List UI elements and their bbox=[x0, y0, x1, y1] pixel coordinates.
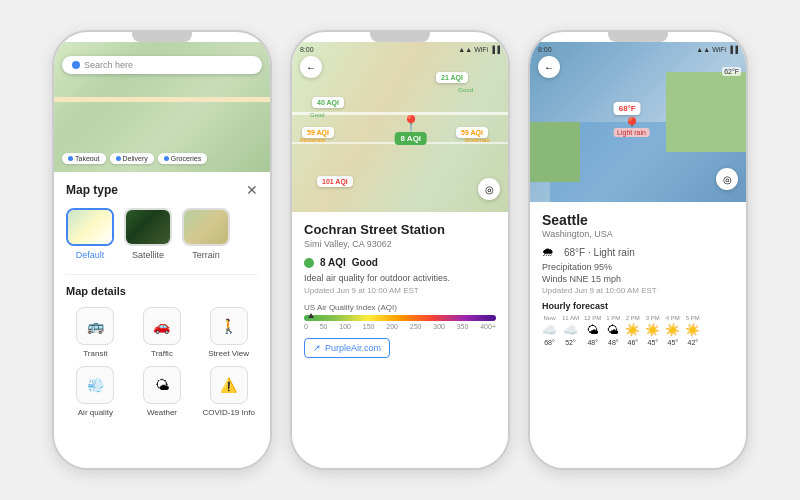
terrain-thumbnail bbox=[182, 208, 230, 246]
streetview-icon: 🚶 bbox=[210, 307, 248, 345]
aqi-badge-40: 40 AQI bbox=[312, 97, 344, 108]
map-type-panel: Map type ✕ Default Satellite bbox=[54, 172, 270, 468]
purpleair-label: PurpleAir.com bbox=[325, 343, 381, 353]
hourly-item-5: 3 PM ☀️ 45° bbox=[645, 315, 660, 346]
map-pin: 📍 bbox=[401, 114, 421, 133]
close-icon[interactable]: ✕ bbox=[246, 182, 258, 198]
weather-updated: Updated Jun 9 at 10:00 AM EST bbox=[542, 286, 734, 295]
covid-label: COVID-19 Info bbox=[202, 408, 254, 417]
compass-icon[interactable]: ◎ bbox=[478, 178, 500, 200]
detail-traffic[interactable]: 🚗 Traffic bbox=[133, 307, 192, 358]
map-type-satellite[interactable]: Satellite bbox=[124, 208, 172, 260]
search-placeholder: Search here bbox=[84, 60, 133, 70]
hourly-item-4: 2 PM ☀️ 46° bbox=[625, 315, 640, 346]
back-button[interactable]: ← bbox=[300, 56, 322, 78]
weather-winds: Winds NNE 15 mph bbox=[542, 274, 734, 284]
chip-groceries[interactable]: Groceries bbox=[158, 153, 207, 164]
detail-weather[interactable]: 🌤 Weather bbox=[133, 366, 192, 417]
aqi-label-good1: Good bbox=[458, 87, 473, 93]
aqi-label-good2: Good bbox=[310, 112, 325, 118]
rain-icon: 🌧 bbox=[542, 245, 554, 259]
satellite-label: Satellite bbox=[132, 250, 164, 260]
city-name: Seattle bbox=[542, 212, 734, 228]
map-chips: Takeout Delivery Groceries bbox=[62, 153, 207, 164]
map-type-default[interactable]: Default bbox=[66, 208, 114, 260]
aqi-indicator-dot bbox=[304, 258, 314, 268]
aqi-description: Ideal air quality for outdoor activities… bbox=[304, 273, 496, 283]
map3-screenshot: 8:00 ▲▲ WiFi ▐▐ ← ◎ 68°F 62°F 📍 Light ra… bbox=[530, 42, 746, 202]
detail-streetview[interactable]: 🚶 Street View bbox=[199, 307, 258, 358]
streetview-label: Street View bbox=[208, 349, 249, 358]
phone-weather: 8:00 ▲▲ WiFi ▐▐ ← ◎ 68°F 62°F 📍 Light ra… bbox=[528, 30, 748, 470]
aqi-quality: Good bbox=[352, 257, 378, 268]
traffic-label: Traffic bbox=[151, 349, 173, 358]
aqi-updated: Updated Jun 9 at 10:00 AM EST bbox=[304, 286, 496, 295]
weather-temp-row: 🌧 68°F · Light rain bbox=[542, 245, 734, 259]
transit-icon: 🚌 bbox=[76, 307, 114, 345]
phones-container: Search here Takeout Delivery Groceries bbox=[32, 10, 768, 490]
chip-dot bbox=[68, 156, 73, 161]
details-title: Map details bbox=[66, 285, 258, 297]
detail-transit[interactable]: 🚌 Transit bbox=[66, 307, 125, 358]
aqi-label-mod1: Moderate bbox=[300, 137, 325, 143]
hourly-label: Hourly forecast bbox=[542, 301, 734, 311]
transit-label: Transit bbox=[83, 349, 107, 358]
hourly-item-0: Now ☁️ 68° bbox=[542, 315, 557, 346]
detail-airquality[interactable]: 💨 Air quality bbox=[66, 366, 125, 417]
map3-land2 bbox=[666, 72, 746, 152]
chip-dot3 bbox=[164, 156, 169, 161]
phone2-content: 8:00 ▲▲ WiFi ▐▐ ← ◎ 21 AQI Good 40 AQI G… bbox=[292, 42, 508, 468]
weather-precipitation: Precipitation 95% bbox=[542, 262, 734, 272]
weather-panel: Seattle Washington, USA 🌧 68°F · Light r… bbox=[530, 202, 746, 468]
details-grid: 🚌 Transit 🚗 Traffic 🚶 Street View 💨 Air … bbox=[66, 307, 258, 417]
map-screenshot: Search here Takeout Delivery Groceries bbox=[54, 42, 270, 172]
chip-takeout[interactable]: Takeout bbox=[62, 153, 106, 164]
hourly-item-7: 5 PM ☀️ 42° bbox=[685, 315, 700, 346]
default-label: Default bbox=[76, 250, 105, 260]
covid-icon: ⚠️ bbox=[210, 366, 248, 404]
aqi-badge-8: 8 AQI bbox=[394, 132, 427, 145]
divider bbox=[66, 274, 258, 275]
detail-covid[interactable]: ⚠️ COVID-19 Info bbox=[199, 366, 258, 417]
chip-dot2 bbox=[116, 156, 121, 161]
light-rain-badge: Light rain bbox=[613, 128, 650, 137]
airquality-icon: 💨 bbox=[76, 366, 114, 404]
map-types-row: Default Satellite Terrain bbox=[66, 208, 258, 260]
state-name: Washington, USA bbox=[542, 229, 734, 239]
panel-title: Map type bbox=[66, 183, 118, 197]
default-thumbnail bbox=[66, 208, 114, 246]
traffic-icon: 🚗 bbox=[143, 307, 181, 345]
weather-label: Weather bbox=[147, 408, 177, 417]
purpleair-link[interactable]: ↗ PurpleAir.com bbox=[304, 338, 390, 358]
aqi-gradient-bar bbox=[304, 315, 496, 321]
external-link-icon: ↗ bbox=[313, 343, 321, 353]
weather-condition: 68°F · Light rain bbox=[564, 247, 635, 258]
map-road-horizontal bbox=[54, 97, 270, 102]
aqi-numbers: 0 50 100 150 200 250 300 350 400+ bbox=[304, 323, 496, 330]
location-address: Simi Valley, CA 93062 bbox=[304, 239, 496, 249]
phone-notch3 bbox=[608, 32, 668, 42]
compass-icon-weather[interactable]: ◎ bbox=[716, 168, 738, 190]
terrain-thumb-bg bbox=[184, 210, 228, 244]
phone1-content: Search here Takeout Delivery Groceries bbox=[54, 42, 270, 468]
hourly-forecast-row: Now ☁️ 68° 11 AM ☁️ 52° 12 PM 🌤 48° bbox=[542, 315, 734, 346]
map-type-terrain[interactable]: Terrain bbox=[182, 208, 230, 260]
phone-air-quality: 8:00 ▲▲ WiFi ▐▐ ← ◎ 21 AQI Good 40 AQI G… bbox=[290, 30, 510, 470]
phone-notch bbox=[132, 32, 192, 42]
phone3-content: 8:00 ▲▲ WiFi ▐▐ ← ◎ 68°F 62°F 📍 Light ra… bbox=[530, 42, 746, 468]
aqi-row: 8 AQI Good bbox=[304, 257, 496, 268]
default-thumb-bg bbox=[68, 210, 112, 244]
aqi-label-mod2: Moderate bbox=[465, 137, 490, 143]
satellite-thumbnail bbox=[124, 208, 172, 246]
back-button-weather[interactable]: ← bbox=[538, 56, 560, 78]
chip-delivery[interactable]: Delivery bbox=[110, 153, 154, 164]
temp-labels: 62°F bbox=[722, 67, 741, 76]
map2-statusbar: 8:00 ▲▲ WiFi ▐▐ bbox=[300, 46, 500, 53]
airquality-label: Air quality bbox=[78, 408, 113, 417]
google-logo bbox=[72, 61, 80, 69]
map2-screenshot: 8:00 ▲▲ WiFi ▐▐ ← ◎ 21 AQI Good 40 AQI G… bbox=[292, 42, 508, 212]
aqi-value: 8 AQI bbox=[320, 257, 346, 268]
hourly-item-1: 11 AM ☁️ 52° bbox=[562, 315, 579, 346]
map-searchbar[interactable]: Search here bbox=[62, 56, 262, 74]
temp-label-62: 62°F bbox=[722, 67, 741, 76]
